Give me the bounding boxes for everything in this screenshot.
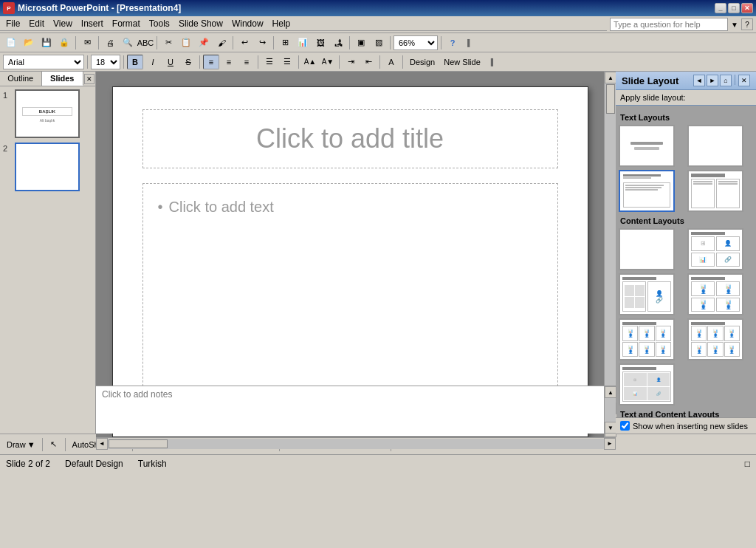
layout-other-1[interactable]: ⊞ 👤 📊 🔗 xyxy=(619,363,675,405)
design-button[interactable]: Design xyxy=(406,55,439,69)
layout-title-only[interactable] xyxy=(687,125,743,167)
draw-menu-button[interactable]: Draw ▼ xyxy=(3,437,39,452)
fmt-grip: ▐ xyxy=(486,58,496,66)
layout-content-blank[interactable] xyxy=(619,228,675,270)
save-button[interactable]: 💾 xyxy=(38,35,55,50)
open-button[interactable]: 📂 xyxy=(21,35,37,50)
layout-blank-title[interactable] xyxy=(619,125,675,167)
insert-chart[interactable]: 📊 xyxy=(295,35,311,50)
canvas-scroll-thumb[interactable] xyxy=(606,84,615,114)
print-button[interactable]: 🖨 xyxy=(102,35,118,50)
menu-file[interactable]: File xyxy=(1,17,24,30)
align-center-button[interactable]: ≡ xyxy=(221,55,237,69)
slide-title-placeholder[interactable]: Click to add title xyxy=(142,109,558,168)
layout-back-btn[interactable]: ◄ xyxy=(693,75,705,86)
bullet-list-button[interactable]: ☰ xyxy=(261,55,278,69)
insert-picture[interactable]: 🏞 xyxy=(330,35,346,50)
menu-tools[interactable]: Tools xyxy=(145,17,174,30)
font-size-select[interactable]: 18 12 14 24 36 xyxy=(91,55,120,69)
decrease-font-button[interactable]: A▼ xyxy=(320,55,336,69)
shadow-button[interactable]: ▣ xyxy=(353,35,369,50)
increase-font-button[interactable]: A▲ xyxy=(302,55,318,69)
help-input[interactable] xyxy=(610,18,728,31)
select-object-button[interactable]: ↖ xyxy=(46,437,62,452)
hscroll-left[interactable]: ◄ xyxy=(96,438,108,450)
permission-button[interactable]: 🔒 xyxy=(56,35,72,50)
hscroll-track[interactable] xyxy=(108,439,604,449)
close-panel-button[interactable]: ✕ xyxy=(84,74,94,84)
slide-1-subtitle: Alt başlık xyxy=(40,118,55,123)
menu-format[interactable]: Format xyxy=(108,17,145,30)
insert-table[interactable]: ⊞ xyxy=(277,35,293,50)
layout-two-content[interactable] xyxy=(687,170,743,212)
increase-indent-button[interactable]: ⇥ xyxy=(343,55,359,69)
new-button[interactable]: 📄 xyxy=(3,35,19,50)
notes-textarea[interactable] xyxy=(96,386,604,434)
format-painter[interactable]: 🖌 xyxy=(213,35,230,50)
menu-window[interactable]: Window xyxy=(227,17,268,30)
slide-list: 1 BAŞLIK Alt başlık 2 xyxy=(0,86,95,434)
menu-insert[interactable]: Insert xyxy=(77,17,108,30)
notes-scroll-down[interactable]: ▼ xyxy=(605,422,616,434)
slide-1-number: 1 xyxy=(3,89,12,100)
font-color-button[interactable]: A xyxy=(383,55,399,69)
canvas-scroll-track[interactable] xyxy=(605,83,616,402)
zoom-select[interactable]: 66% 50% 75% 100% xyxy=(394,35,438,50)
slide-2-thumb[interactable] xyxy=(15,143,80,191)
help-dropdown[interactable]: ▼ xyxy=(729,19,740,30)
decrease-indent-button[interactable]: ⇤ xyxy=(360,55,377,69)
help-icon[interactable]: ? xyxy=(741,18,753,30)
email-button[interactable]: ✉ xyxy=(79,35,95,50)
layout-content: Text Layouts xyxy=(616,106,756,417)
strikethrough-button[interactable]: S xyxy=(180,55,196,69)
insert-clip[interactable]: 🖼 xyxy=(312,35,329,50)
layout-fwd-btn[interactable]: ► xyxy=(707,75,718,86)
tab-outline[interactable]: Outline xyxy=(0,72,42,86)
menu-view[interactable]: View xyxy=(49,17,77,30)
paste-button[interactable]: 📌 xyxy=(196,35,212,50)
layout-content-icons[interactable]: ⊞ 👤 📊 🔗 xyxy=(687,228,743,270)
undo-button[interactable]: ↩ xyxy=(236,35,252,50)
bold-button[interactable]: B xyxy=(127,55,143,69)
layout-panel: Slide Layout ◄ ► ⌂ ✕ Apply slide layout:… xyxy=(616,72,756,434)
layout-six-objects-2[interactable]: 📊👤 📊👤 📊👤 📊👤 📊👤 📊👤 xyxy=(687,318,743,360)
layout-header: Slide Layout ◄ ► ⌂ ✕ xyxy=(616,72,756,90)
slide-content-placeholder[interactable]: • Click to add text xyxy=(142,183,558,397)
notes-scroll-up[interactable]: ▲ xyxy=(605,386,616,398)
numbered-list-button[interactable]: ☰ xyxy=(279,55,295,69)
cut-button[interactable]: ✂ xyxy=(160,35,176,50)
maximize-button[interactable]: □ xyxy=(728,3,740,13)
close-button[interactable]: ✕ xyxy=(741,3,753,13)
redo-button[interactable]: ↪ xyxy=(254,35,270,50)
preview-button[interactable]: 🔍 xyxy=(120,35,136,50)
slide-1-thumb[interactable]: BAŞLIK Alt başlık xyxy=(15,89,80,138)
new-slide-button[interactable]: New Slide xyxy=(440,55,484,69)
italic-button[interactable]: I xyxy=(145,55,161,69)
align-left-button[interactable]: ≡ xyxy=(203,55,219,69)
layout-four-objects[interactable]: 📊👤 📊👤 📊👤 📊👤 xyxy=(687,273,743,315)
show-inserting-checkbox[interactable] xyxy=(620,421,630,431)
layout-home-btn[interactable]: ⌂ xyxy=(720,75,732,86)
spell-button[interactable]: ABC xyxy=(137,35,154,50)
notes-input-wrapper xyxy=(96,386,604,434)
menu-slideshow[interactable]: Slide Show xyxy=(174,17,227,30)
align-right-button[interactable]: ≡ xyxy=(238,55,255,69)
hscroll-thumb[interactable] xyxy=(109,439,168,448)
slide-1-title: BAŞLIK xyxy=(39,109,55,114)
hscroll-right[interactable]: ► xyxy=(604,438,616,450)
minimize-button[interactable]: _ xyxy=(715,3,726,13)
underline-button[interactable]: U xyxy=(162,55,179,69)
layout-six-objects-1[interactable]: 📊👤 📊👤 📊👤 📊👤 📊👤 📊👤 xyxy=(619,318,675,360)
tab-slides[interactable]: Slides xyxy=(42,72,84,86)
copy-button[interactable]: 📋 xyxy=(178,35,194,50)
menu-help[interactable]: Help xyxy=(268,17,295,30)
layout-close-btn[interactable]: ✕ xyxy=(738,75,750,86)
layout-two-objects[interactable]: 👤🔗 xyxy=(619,273,675,315)
font-name-select[interactable]: Arial Times New Roman Calibri xyxy=(3,55,84,69)
slide-canvas[interactable]: Click to add title • Click to add text xyxy=(112,86,588,437)
help-button[interactable]: ? xyxy=(444,35,461,50)
canvas-scroll-up[interactable]: ▲ xyxy=(605,72,616,83)
bg-button[interactable]: ▨ xyxy=(371,35,387,50)
layout-title-content[interactable] xyxy=(619,170,675,212)
menu-edit[interactable]: Edit xyxy=(24,17,49,30)
